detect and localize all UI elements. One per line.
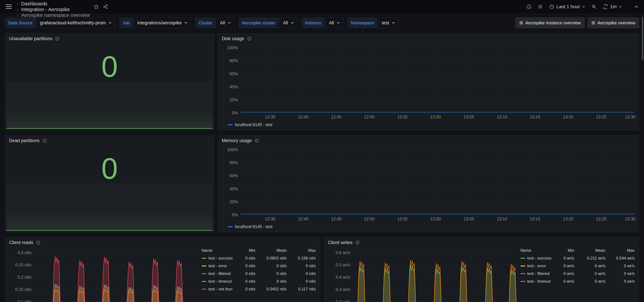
info-icon[interactable] <box>36 240 40 245</box>
column-mean[interactable]: Mean <box>575 248 606 253</box>
variable-dropdown[interactable]: integrations/aerospike <box>134 18 191 28</box>
legend-table-row[interactable]: test - timeout 0 rd/s 0 rd/s 0 rd/s <box>202 277 316 285</box>
series-name[interactable]: test - error <box>527 263 546 268</box>
panel-title[interactable]: Dead partitions <box>9 138 40 143</box>
info-icon[interactable] <box>355 240 360 245</box>
collapse-chevron-up-icon[interactable] <box>634 5 638 8</box>
series-mean: 0 wr/s <box>575 279 606 284</box>
series-name[interactable]: test - timeout <box>527 279 550 284</box>
variable-label[interactable]: Instance <box>302 18 325 28</box>
x-tick-label: 12:40 <box>298 115 308 119</box>
dashboard-link-button[interactable]: Aerospike overview <box>588 18 639 28</box>
variable-label[interactable]: Aerospike cluster <box>238 18 279 28</box>
variable-label[interactable]: Job <box>119 18 133 28</box>
series-max: 0.544 wr/s <box>606 256 634 260</box>
x-tick-label: 13:15 <box>530 115 540 119</box>
dashboard-link-button[interactable]: Aerospike instance overview <box>516 18 584 28</box>
panel-header[interactable]: Client writes <box>324 237 639 246</box>
column-name[interactable]: Name <box>520 248 552 253</box>
breadcrumb-link[interactable]: Home <box>21 0 34 1</box>
legend-table-row[interactable]: test - filtered 0 wr/s 0 wr/s 0 wr/s <box>520 270 634 277</box>
series-name[interactable]: test - not found <box>208 287 232 291</box>
star-icon[interactable] <box>94 4 99 10</box>
breadcrumb: › Home › Dashboards › Integration - Aero… <box>17 0 108 18</box>
variable-label[interactable]: Data Source <box>5 18 36 28</box>
legend-table-row[interactable]: test - success 0 rd/s 0.0602 rd/s 0.156 … <box>202 254 316 262</box>
column-max[interactable]: Max <box>288 248 316 253</box>
panel-header[interactable]: Unavailable partitions <box>5 34 214 42</box>
panel-header[interactable]: Disk usage <box>218 34 639 42</box>
variable-dropdown[interactable]: grafanacloud-keithschmitty-prom <box>37 18 115 28</box>
info-icon[interactable] <box>55 37 60 41</box>
series-swatch <box>228 226 232 227</box>
share-icon[interactable] <box>103 4 108 10</box>
panel-title[interactable]: Unavailable partitions <box>9 36 52 41</box>
client-reads-chart[interactable]: 0 rd/s0.05 rd/s0.1 rd/s0.15 rd/s0.2 rd/s… <box>9 248 199 302</box>
clock-icon <box>549 4 554 10</box>
panel-header[interactable]: Memory usage <box>218 135 639 144</box>
legend-table-row[interactable]: test - error 0 wr/s 0 wr/s 0 wr/s <box>520 262 634 270</box>
series-name[interactable]: test - success <box>527 256 552 260</box>
refresh-icon[interactable] <box>603 4 608 10</box>
breadcrumb-link[interactable]: Integration - Aerospike <box>21 7 70 12</box>
legend-table-row[interactable]: test - error 0 rd/s 0 rd/s 0 rd/s <box>202 262 316 270</box>
disk-usage-chart[interactable]: 0%20%40%60%80%100%12:3512:4012:4512:5012… <box>222 44 635 121</box>
x-tick-label: 12:40 <box>298 216 308 221</box>
scrollbar-thumb[interactable] <box>642 17 643 61</box>
apps-grid-icon <box>519 21 523 25</box>
info-icon[interactable] <box>247 37 252 41</box>
memory-usage-chart[interactable]: 0%20%40%60%80%100%12:3512:4012:4512:5012… <box>222 146 635 222</box>
x-tick-label: 13:10 <box>497 216 507 221</box>
series-mean: 0.211 wr/s <box>575 256 606 260</box>
panel-title[interactable]: Client reads <box>9 240 33 245</box>
menu-icon[interactable] <box>6 3 12 10</box>
series-name[interactable]: test - error <box>208 263 227 268</box>
time-range-picker[interactable]: Last 1 hour <box>549 4 585 10</box>
zoom-out-icon[interactable] <box>591 4 597 10</box>
template-variable: Aerospike cluster All <box>238 18 297 28</box>
column-min[interactable]: Min <box>234 248 256 253</box>
panel-title[interactable]: Memory usage <box>222 138 252 143</box>
info-icon[interactable] <box>42 138 47 143</box>
legend-series-label[interactable]: localhost:9145 - test <box>235 122 272 127</box>
series-name[interactable]: test - success <box>208 256 232 260</box>
panel-disk-usage: Disk usage 0%20%40%60%80%100%12:3512:401… <box>218 33 639 130</box>
panel-header[interactable]: Client reads <box>5 237 320 246</box>
variable-dropdown[interactable]: All <box>217 18 234 28</box>
column-max[interactable]: Max <box>606 248 634 253</box>
legend-table-row[interactable]: test - timeout 0 wr/s 0 wr/s 0 wr/s <box>520 277 634 285</box>
legend-table-row[interactable]: test - success 0 wr/s 0.211 wr/s 0.544 w… <box>520 254 634 262</box>
breadcrumb-link[interactable]: Aerospike namespace overview <box>21 13 90 18</box>
legend-series-label[interactable]: localhost:9145 - test <box>235 224 272 229</box>
refresh-picker[interactable]: 1m <box>603 4 622 10</box>
breadcrumb-link[interactable]: Dashboards <box>21 1 47 7</box>
breadcrumb-item: › Integration - Aerospike <box>17 7 90 13</box>
variable-label[interactable]: Cluster <box>195 18 216 28</box>
insights-info-icon[interactable] <box>526 4 532 10</box>
panel-client-reads: Client reads 0 rd/s0.05 rd/s0.1 rd/s0.15… <box>5 237 320 302</box>
legend-table-row[interactable]: test - filtered 0 rd/s 0 rd/s 0 rd/s <box>202 270 316 277</box>
variable-dropdown[interactable]: All <box>280 18 297 28</box>
variable-dropdown[interactable]: test <box>378 18 398 28</box>
info-icon[interactable] <box>254 138 259 143</box>
panel-title[interactable]: Client writes <box>328 240 352 245</box>
client-writes-chart[interactable]: 0 wr/s0.1 wr/s0.2 wr/s0.3 wr/s0.4 wr/s0.… <box>328 248 518 302</box>
legend-table-header: Name Min Mean Max <box>520 246 634 254</box>
column-name[interactable]: Name <box>202 248 232 253</box>
series-min: 0 rd/s <box>234 263 256 268</box>
series-name[interactable]: test - filtered <box>527 271 549 276</box>
legend-table-row[interactable]: test - not found 0 rd/s 0.0452 rd/s 0.11… <box>202 285 316 293</box>
breadcrumb-item: › Dashboards <box>17 1 90 7</box>
stat-body: 0 <box>5 42 214 130</box>
settings-gear-icon[interactable] <box>538 4 543 10</box>
panel-header[interactable]: Dead partitions <box>5 135 214 144</box>
x-tick-label: 13:20 <box>563 216 574 221</box>
series-name[interactable]: test - filtered <box>208 271 230 276</box>
variable-label[interactable]: Namespace <box>348 18 378 28</box>
y-tick-label: 0.6 wr/s <box>336 250 350 255</box>
panel-title[interactable]: Disk usage <box>222 36 244 41</box>
series-name[interactable]: test - timeout <box>208 279 232 284</box>
column-mean[interactable]: Mean <box>256 248 286 253</box>
variable-dropdown[interactable]: All <box>326 18 343 28</box>
column-min[interactable]: Min <box>552 248 574 253</box>
